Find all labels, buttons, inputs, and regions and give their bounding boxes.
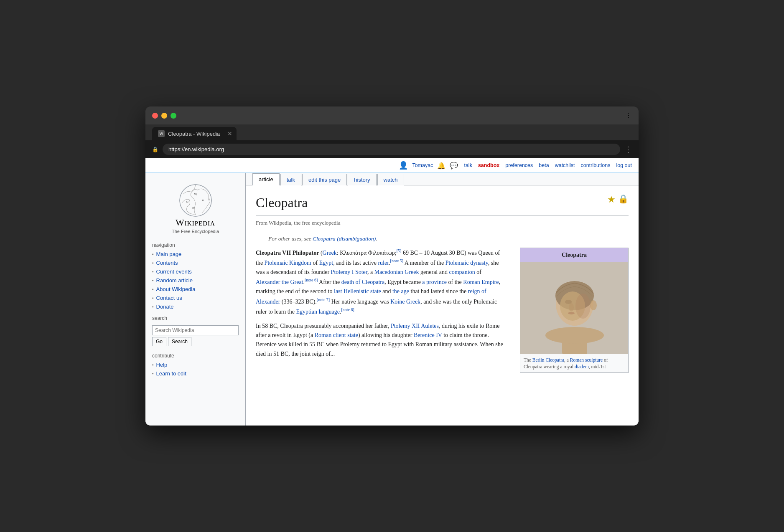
ptolemy-link[interactable]: Ptolemy I Soter [331,269,367,275]
berlin-cleopatra-link[interactable]: Berlin Cleopatra [532,357,564,362]
article-icons: ★ 🔒 [607,192,629,207]
berenice-link[interactable]: Berenice IV [414,332,442,338]
user-icon: 👤 [399,161,408,170]
search-input-wrapper: Go Search [152,325,239,346]
ptolemy12-link[interactable]: Ptolemy XII Auletes [391,323,439,329]
diadem-link[interactable]: diadem [575,364,589,369]
nav-sandbox-link[interactable]: sandbox [478,162,499,168]
address-bar: 🔒 ⋮ [145,140,639,158]
sidebar-item-help[interactable]: Help [149,360,242,369]
egypt-link[interactable]: Egypt [319,259,333,266]
tab-watch[interactable]: watch [377,174,404,185]
roman-sculpture-link[interactable]: Roman sculpture [570,357,603,362]
article-hatnote: For other uses, see Cleopatra (disambigu… [256,233,629,248]
tab-talk[interactable]: talk [280,174,301,185]
article-infobox: Cleopatra [520,248,629,373]
close-button[interactable] [152,113,158,119]
lock-icon: 🔒 [152,147,158,152]
client-state-link[interactable]: Roman client state [315,332,358,338]
greek-link[interactable]: Greek [323,249,337,256]
nav-talk-link[interactable]: talk [464,162,472,168]
alexander-link[interactable]: Alexander the Great [256,279,303,285]
search-button[interactable]: Search [168,337,191,346]
sidebar-link-contents[interactable]: Contents [156,260,178,266]
nav-preferences-link[interactable]: preferences [505,162,533,168]
ptolemaic-dynasty-link[interactable]: Ptolemaic dynasty [445,259,488,266]
hellenistic-link[interactable]: last Hellenistic state [334,288,381,294]
sidebar-link-donate[interactable]: Donate [156,304,174,310]
sidebar-item-mainpage[interactable]: Main page [149,250,242,258]
notifications-icon[interactable]: 🔔 [437,162,445,170]
koine-link[interactable]: Koine Greek [390,298,420,304]
lock-icon: 🔒 [618,192,629,207]
nav-contributions-link[interactable]: contributions [581,162,611,168]
user-area: 👤 Tomayac 🔔 💬 [399,161,458,170]
svg-text:W: W [194,193,197,196]
address-input[interactable] [163,144,620,155]
tab-edit[interactable]: edit this page [302,174,347,185]
roman-empire-link[interactable]: Roman Empire [463,279,499,285]
sidebar-item-contact[interactable]: Contact us [149,294,242,302]
more-options-icon[interactable]: ⋮ [624,145,632,154]
infobox-image [520,262,628,354]
search-form: Go Search [145,323,245,349]
tab-history[interactable]: history [348,174,376,185]
wiki-globe: W Ω И 維 [179,184,212,217]
traffic-lights [152,113,176,119]
nav-beta-link[interactable]: beta [539,162,549,168]
sidebar-item-contents[interactable]: Contents [149,258,242,267]
nav-logout-link[interactable]: log out [616,162,632,168]
menu-dots[interactable]: ⋮ [625,111,632,119]
egyptian-lang-link[interactable]: Egyptian language [296,308,340,314]
svg-point-16 [590,300,597,310]
tab-close-button[interactable]: ✕ [227,130,232,137]
username-link[interactable]: Tomayac [412,162,433,168]
sidebar-item-currentevents[interactable]: Current events [149,267,242,276]
sidebar-link-learntoedit[interactable]: Learn to edit [156,370,186,377]
svg-text:Ω: Ω [186,200,188,203]
sidebar-link-currentevents[interactable]: Current events [156,269,192,275]
macedonian-link[interactable]: Macedonian Greek [374,269,419,275]
wiki-content-area: W Ω И 維 Wikipedia The Free Encyclopedia … [145,173,639,426]
ptolemaic-kingdom-link[interactable]: Ptolemaic Kingdom [265,259,311,266]
wikipedia-page: 👤 Tomayac 🔔 💬 talk sandbox preferences b… [145,158,639,426]
wiki-main-content: article talk edit this page history watc… [246,173,639,426]
sidebar-link-randomarticle[interactable]: Random article [156,277,193,284]
age-link[interactable]: the age [392,288,409,294]
companion-link[interactable]: companion [449,269,475,275]
ruler-link[interactable]: ruler [378,259,389,266]
article-subtitle: From Wikipedia, the free encyclopedia [256,219,629,228]
article-paragraph-2: In 58 BC, Cleopatra presumably accompani… [256,322,503,359]
tab-bar: W Cleopatra - Wikipedia ✕ [145,124,639,140]
sidebar-item-about[interactable]: About Wikipedia [149,285,242,294]
wiki-logo-sub: The Free Encyclopedia [150,229,241,234]
nav-watchlist-link[interactable]: watchlist [555,162,575,168]
tab-favicon: W [158,130,165,137]
sidebar-link-mainpage[interactable]: Main page [156,251,182,257]
death-link[interactable]: death of Cleopatra [341,279,384,285]
star-icon[interactable]: ★ [607,192,616,207]
svg-point-15 [568,312,575,314]
sidebar-item-randomarticle[interactable]: Random article [149,276,242,285]
maximize-button[interactable] [171,113,176,119]
sidebar-item-donate[interactable]: Donate [149,302,242,311]
hatnote-link[interactable]: Cleopatra (disambiguation) [313,236,376,242]
sidebar-link-about[interactable]: About Wikipedia [156,286,196,292]
wiki-logo-text: Wikipedia [150,217,241,228]
go-button[interactable]: Go [152,337,166,346]
article-text: Cleopatra VII Philopator (Greek: Κλεοπάτ… [256,248,503,380]
sidebar-link-contact[interactable]: Contact us [156,295,182,301]
wiki-article: ★ 🔒 Cleopatra From Wikipedia, the free e… [246,185,639,386]
tab-article[interactable]: article [252,173,280,185]
messages-icon[interactable]: 💬 [450,162,458,170]
svg-text:И: И [202,199,204,202]
sidebar-navigation: navigation Main page Contents Current ev… [145,238,245,311]
sidebar-item-learntoedit[interactable]: Learn to edit [149,369,242,378]
tab-title: Cleopatra - Wikipedia [168,131,220,137]
infobox-title: Cleopatra [520,248,628,262]
browser-tab[interactable]: W Cleopatra - Wikipedia ✕ [152,127,237,140]
province-link[interactable]: a province [422,279,447,285]
sidebar-link-help[interactable]: Help [156,362,168,368]
minimize-button[interactable] [161,113,167,119]
search-input[interactable] [152,325,239,335]
